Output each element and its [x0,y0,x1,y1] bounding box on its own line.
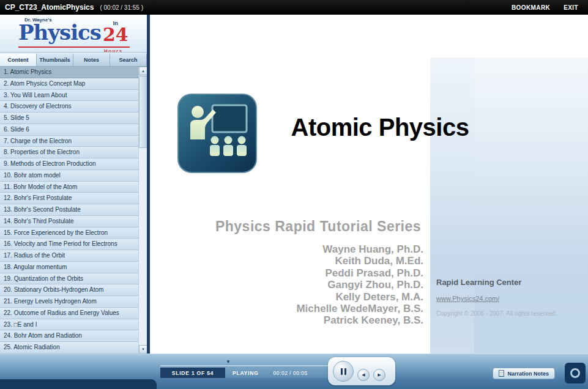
scroll-down-button[interactable]: ▼ [139,345,147,354]
toc-item[interactable]: 17. Radius of the Orbit [0,250,138,262]
pause-icon [341,368,343,375]
credit-line: Peddi Prasad, Ph.D. [240,267,423,279]
scroll-up-icon: ▲ [141,69,145,73]
copyright-text: Copyright © 2006 - 2007. All rights rese… [436,310,583,317]
tab-notes[interactable]: Notes [73,53,110,66]
toc-item[interactable]: 16. Velocity and Time Period for Electro… [0,239,138,250]
scroll-down-icon: ▼ [141,347,145,351]
narration-notes-button[interactable]: Narration Notes [493,368,555,379]
physics24-logo: Dr. Wayne's Physics In 24 Hours [0,15,147,53]
toc-list: 1. Atomic Physics2. Atom Physics Concept… [0,67,138,354]
toc-item[interactable]: 7. Charge of the Electron [0,136,138,147]
notes-page-icon [499,370,504,377]
logo-wordmark: Physics In 24 [18,20,128,45]
logo-number: 24 [103,26,128,43]
course-title: CP_CT23_AtomicPhysics [5,3,94,12]
progress-track[interactable] [160,365,330,366]
toc-item[interactable]: 4. Discovery of Electrons [0,101,138,113]
toc-item[interactable]: 8. Properties of the Electron [0,147,138,158]
logo-red-rule [18,46,130,48]
toc-item[interactable]: 2. Atom Physics Concept Map [0,78,138,90]
screen-toggle-button[interactable] [565,363,586,383]
playback-status: PLAYING [233,370,259,376]
toc-item[interactable]: 13. Bohr's Second Postulate [0,204,138,216]
toc-item[interactable]: 22. Outcome of Radius and Energy Values [0,308,138,319]
bookmark-button[interactable]: BOOKMARK [512,4,550,11]
sidebar-tabs: ContentThumbnailsNotesSearch [0,53,147,67]
info-panel: Rapid Learning Center www.Physics24.com/… [436,278,583,317]
toc-item[interactable]: 24. Bohr Atom and Radiation [0,330,138,342]
toc-item[interactable]: 20. Stationary Orbits-Hydrogen Atom [0,284,138,296]
toc-item[interactable]: 12. Bohr's First Postulate [0,193,138,204]
exit-button[interactable]: EXIT [564,4,578,11]
scrollbar-thumb[interactable] [139,76,147,148]
narration-notes-label: Narration Notes [507,371,549,377]
record-ring-icon [570,368,580,378]
navigation-sidebar: Dr. Wayne's Physics In 24 Hours ContentT… [0,15,147,354]
previous-icon: ◀ [362,372,365,377]
toc-item[interactable]: 14. Bohr's Third Postulate [0,216,138,228]
credit-line: Patrick Keeney, B.S. [240,314,423,326]
toc-item[interactable]: 23. □E and I [0,319,138,331]
logo-stack: In 24 [103,20,128,43]
toc-item[interactable]: 21. Energy Levels Hydrogen Atom [0,296,138,308]
player-corner-left [0,379,157,389]
credits-list: Wayne Huang, Ph.D.Keith Duda, M.Ed.Peddi… [240,243,423,327]
toc-item[interactable]: 3. You Will Learn About [0,90,138,102]
toc-item[interactable]: 5. Slide 5 [0,113,138,124]
slide-stage: Atomic Physics Physics Rapid Tutorial Se… [147,15,588,354]
tab-thumbnails[interactable]: Thumbnails [37,53,73,66]
credit-line: Gangyi Zhou, Ph.D. [240,279,423,291]
slide-title: Atomic Physics [239,114,521,141]
toc-item[interactable]: 19. Quantization of the Orbits [0,273,138,285]
title-bar-actions: BOOKMARK EXIT [512,4,588,11]
elapsed-total-time: ( 00:02 / 31:55 ) [100,4,143,11]
toc-item[interactable]: 9. Methods of Electron Production [0,158,138,170]
transport-controls: ◀ ▶ [328,357,395,385]
toc-item[interactable]: 11. Bohr Model of the Atom [0,182,138,193]
scroll-up-button[interactable]: ▲ [139,67,147,75]
logo-word: Physics [18,20,101,45]
org-name: Rapid Learning Center [436,278,583,287]
toc-item[interactable]: 18. Angular momentum [0,262,138,273]
credit-line: Kelly Deters, M.A. [240,291,423,303]
toc-item[interactable]: 15. Force Experienced by the Electron [0,228,138,239]
next-icon: ▶ [378,372,381,377]
toc-item[interactable]: 25. Atomic Radiation [0,342,138,354]
tab-content[interactable]: Content [0,53,37,66]
series-subtitle: Physics Rapid Tutorial Series [180,218,456,235]
progress-marker[interactable]: ▼ [226,359,231,365]
toc-scrollbar[interactable]: ▲ ▼ [138,67,147,354]
credit-line: Michelle WedeMayer, B.S. [240,303,423,314]
tab-search[interactable]: Search [110,53,147,66]
playback-bar: ▼ SLIDE 1 OF 54 PLAYING 00:02 / 00:05 ◀ … [0,354,588,389]
pause-button[interactable] [333,361,354,382]
application-window: CP_CT23_AtomicPhysics ( 00:02 / 31:55 ) … [0,0,588,389]
title-bar: CP_CT23_AtomicPhysics ( 00:02 / 31:55 ) … [0,0,588,15]
status-strip: PLAYING 00:02 / 00:05 [225,368,330,378]
toc-item[interactable]: 6. Slide 6 [0,124,138,136]
pause-icon [344,368,346,375]
next-slide-button[interactable]: ▶ [373,369,385,381]
credit-line: Wayne Huang, Ph.D. [240,243,423,255]
slide-counter: SLIDE 1 OF 54 [160,368,225,378]
website-link[interactable]: www.Physics24.com/ [436,295,499,302]
toc-item[interactable]: 10. Bohr atom model [0,170,138,182]
logo-hours: Hours [104,48,123,53]
slide-time: 00:02 / 00:05 [274,370,308,376]
previous-slide-button[interactable]: ◀ [357,369,370,381]
credit-line: Keith Duda, M.Ed. [240,255,423,267]
toc-item[interactable]: 1. Atomic Physics [0,67,138,78]
